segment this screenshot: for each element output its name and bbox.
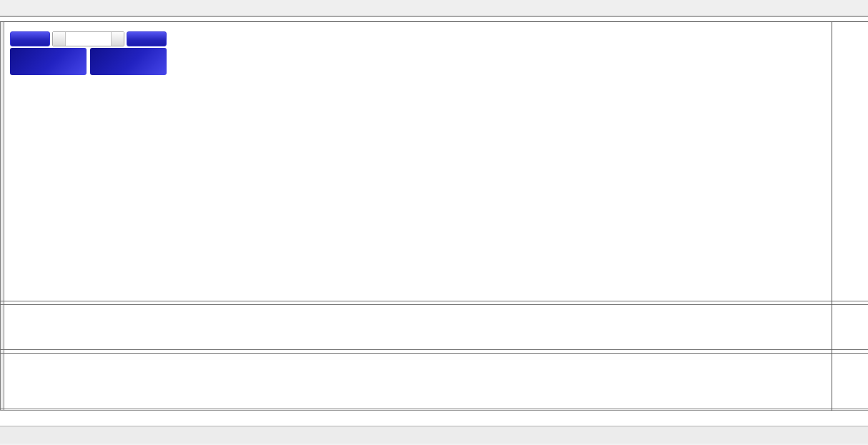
volume-decrease-button[interactable] — [53, 32, 66, 46]
price-axis-border — [832, 22, 832, 411]
chart-bottom-border — [0, 409, 868, 409]
splitter-line[interactable] — [0, 353, 868, 354]
buy-price-tile[interactable] — [90, 48, 167, 75]
splitter-line[interactable] — [0, 349, 868, 350]
chart-tab-bar — [0, 426, 868, 444]
one-click-trading-panel — [10, 31, 167, 75]
sell-price-tile[interactable] — [10, 48, 87, 75]
date-axis[interactable] — [0, 411, 868, 425]
macd-canvas[interactable] — [6, 305, 832, 349]
volume-group — [52, 31, 124, 46]
rsi-canvas[interactable] — [6, 354, 832, 409]
sell-button[interactable] — [10, 31, 50, 46]
volume-increase-button[interactable] — [111, 32, 124, 46]
timeframe-toolbar — [0, 0, 868, 17]
trading-terminal — [0, 0, 868, 445]
chart-window-border — [0, 21, 868, 22]
buy-button[interactable] — [127, 31, 167, 46]
splitter-line[interactable] — [0, 304, 868, 305]
volume-input[interactable] — [66, 32, 111, 46]
splitter-line[interactable] — [0, 301, 868, 301]
